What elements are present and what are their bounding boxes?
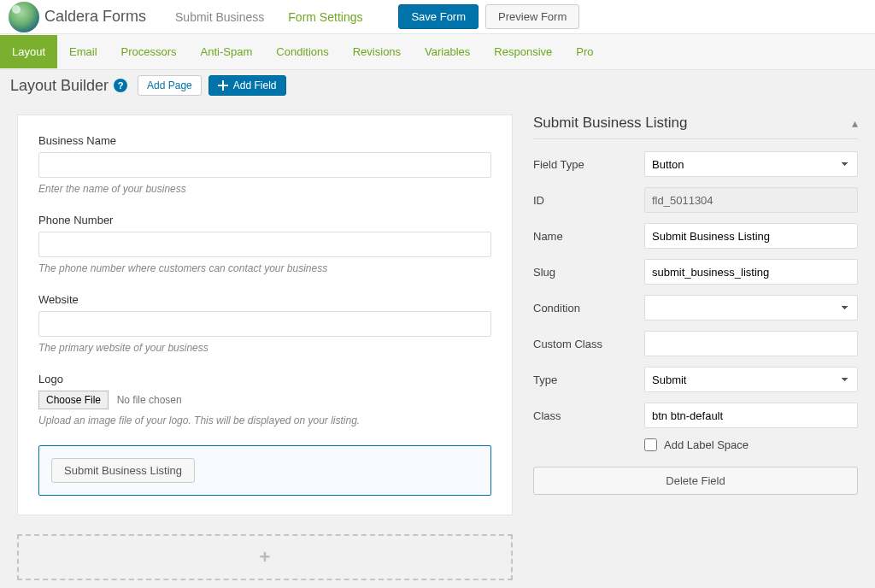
field-hint: Enter the name of your business <box>38 183 491 195</box>
prop-label: Type <box>533 373 644 386</box>
type-select[interactable]: Submit <box>644 367 858 392</box>
form-canvas: Business Name Enter the name of your bus… <box>17 115 513 580</box>
business-name-input[interactable] <box>38 152 491 178</box>
app-title: Caldera Forms <box>44 8 146 26</box>
help-icon[interactable]: ? <box>114 79 127 92</box>
prop-field-type: Field Type Button <box>533 151 858 177</box>
move-icon <box>218 80 228 91</box>
prop-label: ID <box>533 194 644 207</box>
subnav-processors[interactable]: Processors <box>109 35 189 68</box>
app-logo-icon <box>9 2 39 32</box>
file-status: No file chosen <box>117 394 182 406</box>
add-row-dropzone[interactable]: + <box>17 534 513 580</box>
subnav-revisions[interactable]: Revisions <box>341 35 413 68</box>
prop-slug: Slug <box>533 259 858 285</box>
save-form-button[interactable]: Save Form <box>398 4 479 29</box>
sub-nav: Layout Email Processors Anti-Spam Condit… <box>0 34 875 70</box>
prop-class: Class <box>533 403 858 428</box>
preview-form-button[interactable]: Preview Form <box>485 4 579 29</box>
field-hint: The primary website of your business <box>38 342 491 354</box>
prop-custom-class: Custom Class <box>533 331 858 356</box>
field-website[interactable]: Website The primary website of your busi… <box>38 293 491 354</box>
prop-type: Type Submit <box>533 367 858 392</box>
prop-label: Custom Class <box>533 338 644 350</box>
collapse-icon[interactable]: ▴ <box>852 116 858 130</box>
field-submit-selected[interactable]: Submit Business Listing <box>38 445 491 496</box>
class-input[interactable] <box>644 403 858 428</box>
field-hint: Upload an image file of your logo. This … <box>38 415 491 426</box>
prop-label: Field Type <box>533 158 644 171</box>
tab-submit-business[interactable]: Submit Business <box>163 2 276 32</box>
id-input <box>644 187 858 213</box>
workspace: Business Name Enter the name of your bus… <box>0 101 875 588</box>
submit-business-listing-button[interactable]: Submit Business Listing <box>51 458 195 483</box>
field-label: Website <box>38 293 491 306</box>
plus-icon: + <box>260 546 271 568</box>
add-label-space-row: Add Label Space <box>644 438 858 451</box>
add-page-button[interactable]: Add Page <box>138 75 202 96</box>
field-label: Phone Number <box>38 214 491 226</box>
name-input[interactable] <box>644 223 858 249</box>
builder-title: Layout Builder <box>10 77 109 95</box>
tab-form-settings[interactable]: Form Settings <box>276 2 374 32</box>
delete-field-button[interactable]: Delete Field <box>533 467 858 495</box>
subnav-layout[interactable]: Layout <box>0 35 57 68</box>
field-phone-number[interactable]: Phone Number The phone number where cust… <box>38 214 491 274</box>
add-field-button[interactable]: Add Field <box>208 75 286 96</box>
prop-condition: Condition <box>533 295 858 320</box>
field-business-name[interactable]: Business Name Enter the name of your bus… <box>38 134 491 195</box>
subnav-pro[interactable]: Pro <box>564 35 605 68</box>
prop-label: Slug <box>533 266 644 279</box>
field-settings-panel: Submit Business Listing ▴ Field Type But… <box>533 115 858 495</box>
prop-name: Name <box>533 223 858 249</box>
add-label-space-label: Add Label Space <box>664 438 749 451</box>
slug-input[interactable] <box>644 259 858 285</box>
add-label-space-checkbox[interactable] <box>644 438 657 451</box>
top-bar: Caldera Forms Submit Business Form Setti… <box>0 0 875 34</box>
subnav-anti-spam[interactable]: Anti-Spam <box>189 35 265 68</box>
field-hint: The phone number where customers can con… <box>38 262 491 274</box>
form-preview: Business Name Enter the name of your bus… <box>17 115 513 515</box>
field-logo[interactable]: Logo Choose File No file chosen Upload a… <box>38 373 491 426</box>
builder-bar: Layout Builder ? Add Page Add Field <box>0 70 875 101</box>
subnav-variables[interactable]: Variables <box>413 35 482 68</box>
add-field-label: Add Field <box>233 79 277 91</box>
prop-id: ID <box>533 187 858 213</box>
panel-title: Submit Business Listing <box>533 115 687 132</box>
website-input[interactable] <box>38 311 491 337</box>
field-type-select[interactable]: Button <box>644 151 858 177</box>
custom-class-input[interactable] <box>644 331 858 356</box>
prop-label: Name <box>533 230 644 243</box>
panel-title-row: Submit Business Listing ▴ <box>533 115 858 139</box>
choose-file-button[interactable]: Choose File <box>38 391 109 409</box>
field-label: Business Name <box>38 134 491 147</box>
subnav-email[interactable]: Email <box>57 35 109 68</box>
prop-label: Class <box>533 409 644 422</box>
condition-select[interactable] <box>644 295 858 320</box>
prop-label: Condition <box>533 302 644 315</box>
subnav-conditions[interactable]: Conditions <box>264 35 340 68</box>
phone-number-input[interactable] <box>38 232 491 257</box>
field-label: Logo <box>38 373 491 385</box>
subnav-responsive[interactable]: Responsive <box>482 35 564 68</box>
